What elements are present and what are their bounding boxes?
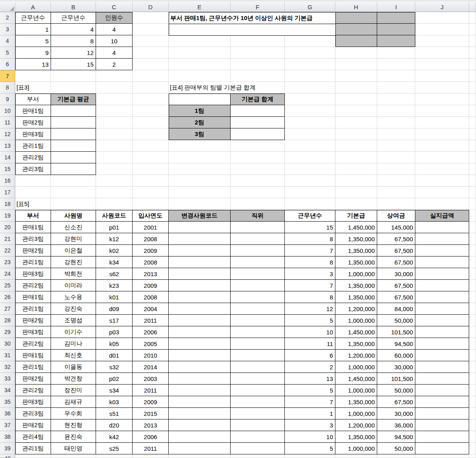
cell-G4[interactable] <box>285 35 335 47</box>
cell-F18[interactable] <box>231 198 285 210</box>
cell-J35[interactable] <box>415 396 469 408</box>
cell-A36[interactable]: 관리3팀 <box>15 408 51 419</box>
cell-K31[interactable] <box>469 350 476 361</box>
cell-B2[interactable]: 근무년수 <box>51 12 96 24</box>
cell-D9[interactable] <box>133 94 169 105</box>
cell-K34[interactable] <box>469 385 476 396</box>
cell-E34[interactable] <box>169 385 231 396</box>
row-header-36[interactable]: 36 <box>0 408 15 419</box>
cell-I7[interactable] <box>377 70 415 82</box>
cell-G33[interactable]: 13 <box>285 373 335 385</box>
cell-D20[interactable]: 2001 <box>133 222 169 233</box>
cell-H24[interactable]: 1,000,000 <box>335 268 377 280</box>
cell-K9[interactable] <box>469 94 476 105</box>
cell-I5[interactable] <box>377 47 415 59</box>
cell-G35[interactable]: 7 <box>285 396 335 408</box>
cell-D30[interactable]: 2005 <box>133 338 169 350</box>
cell-C28[interactable]: s17 <box>96 315 133 326</box>
cell-D4[interactable] <box>133 35 169 47</box>
cell-A28[interactable]: 판매2팀 <box>15 315 51 326</box>
cell-F29[interactable] <box>231 326 285 338</box>
cell-F33[interactable] <box>231 373 285 385</box>
cell-J22[interactable] <box>415 245 469 256</box>
cell-H11[interactable] <box>335 117 377 128</box>
cell-K23[interactable] <box>469 256 476 268</box>
cell-A19[interactable]: 부서 <box>15 210 51 222</box>
cell-A24[interactable]: 판매3팀 <box>15 268 51 280</box>
cell-D28[interactable]: 2011 <box>133 315 169 326</box>
cell-E18[interactable] <box>169 198 231 210</box>
cell-I6[interactable] <box>377 59 415 70</box>
cell-I34[interactable]: 50,000 <box>377 385 415 396</box>
col-header-C[interactable]: C <box>96 2 133 12</box>
col-header-G[interactable]: G <box>285 2 335 12</box>
cell-E31[interactable] <box>169 350 231 361</box>
cell-B15[interactable] <box>51 163 96 175</box>
cell-I12[interactable] <box>377 128 415 140</box>
row-header-22[interactable]: 22 <box>0 245 15 256</box>
cell-C26[interactable]: k01 <box>96 291 133 303</box>
cell-H18[interactable] <box>335 198 377 210</box>
cell-B31[interactable]: 최신호 <box>51 350 96 361</box>
cell-I27[interactable]: 84,000 <box>377 303 415 315</box>
cell-G24[interactable]: 3 <box>285 268 335 280</box>
cell-J32[interactable] <box>415 361 469 373</box>
cell-F17[interactable] <box>231 187 285 198</box>
row-header-32[interactable]: 32 <box>0 361 15 373</box>
cell-partial-F[interactable] <box>231 454 285 458</box>
cell-D17[interactable] <box>133 187 169 198</box>
row-header-13[interactable]: 13 <box>0 140 15 152</box>
cell-F11[interactable] <box>231 117 285 128</box>
cell-J30[interactable] <box>415 338 469 350</box>
cell-C31[interactable]: d01 <box>96 350 133 361</box>
cell-H16[interactable] <box>335 175 377 187</box>
cell-C8[interactable] <box>96 82 133 94</box>
cell-J4[interactable] <box>415 35 469 47</box>
cell-D31[interactable]: 2010 <box>133 350 169 361</box>
select-all-button[interactable] <box>0 2 15 12</box>
row-header-38[interactable]: 38 <box>0 431 15 443</box>
cell-H28[interactable]: 1,000,000 <box>335 315 377 326</box>
col-header-E[interactable]: E <box>169 2 231 12</box>
cell-G13[interactable] <box>285 140 335 152</box>
cell-F7[interactable] <box>231 70 285 82</box>
row-header-6[interactable]: 6 <box>0 59 15 70</box>
cell-G12[interactable] <box>285 128 335 140</box>
cell-D19[interactable]: 입사연도 <box>133 210 169 222</box>
cell-I15[interactable] <box>377 163 415 175</box>
cell-K11[interactable] <box>469 117 476 128</box>
cell-A21[interactable]: 관리3팀 <box>15 233 51 245</box>
cell-G8[interactable] <box>285 82 335 94</box>
cell-B36[interactable]: 우수희 <box>51 408 96 419</box>
cell-K20[interactable] <box>469 222 476 233</box>
cell-F31[interactable] <box>231 350 285 361</box>
cell-A8[interactable]: [표3] <box>15 82 51 94</box>
cell-E25[interactable] <box>169 280 231 291</box>
cell-F24[interactable] <box>231 268 285 280</box>
cell-F9[interactable]: 기본급 합계 <box>231 94 285 105</box>
cell-partial-A[interactable] <box>15 454 51 458</box>
cell-D38[interactable]: 2006 <box>133 431 169 443</box>
cell-H22[interactable]: 1,350,000 <box>335 245 377 256</box>
cell-J15[interactable] <box>415 163 469 175</box>
row-header-5[interactable]: 5 <box>0 47 15 59</box>
col-header-H[interactable]: H <box>335 2 377 12</box>
col-header-B[interactable]: B <box>51 2 96 12</box>
cell-partial-G[interactable] <box>285 454 335 458</box>
cell-E33[interactable] <box>169 373 231 385</box>
cell-D34[interactable]: 2011 <box>133 385 169 396</box>
cell-F34[interactable] <box>231 385 285 396</box>
col-header-A[interactable]: A <box>15 2 51 12</box>
cell-A10[interactable]: 판매1팀 <box>15 105 51 117</box>
cell-B23[interactable]: 강현진 <box>51 256 96 268</box>
cell-E10[interactable]: 1팀 <box>169 105 231 117</box>
cell-D24[interactable]: 2013 <box>133 268 169 280</box>
cell-A17[interactable] <box>15 187 51 198</box>
cell-H37[interactable]: 1,200,000 <box>335 419 377 431</box>
cell-F36[interactable] <box>231 408 285 419</box>
cell-C17[interactable] <box>96 187 133 198</box>
cell-B5[interactable]: 12 <box>51 47 96 59</box>
cell-F37[interactable] <box>231 419 285 431</box>
cell-D6[interactable] <box>133 59 169 70</box>
cell-H34[interactable]: 1,000,000 <box>335 385 377 396</box>
